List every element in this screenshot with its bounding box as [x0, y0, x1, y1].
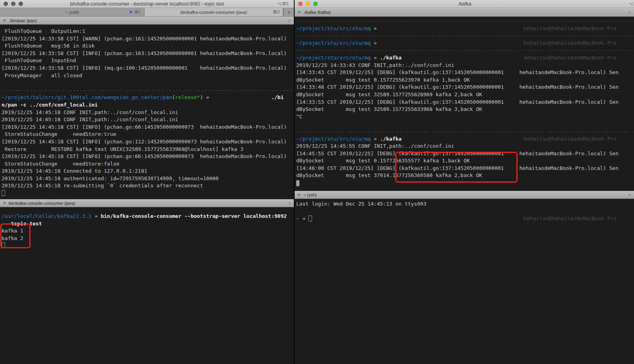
terminal-cursor	[2, 190, 5, 196]
terminal-cursor	[308, 215, 312, 221]
prompt-separator-line	[296, 47, 634, 54]
tab-zsh[interactable]: ~ (zsh) ⌘1	[0, 8, 145, 16]
window-title: ./kafka	[295, 0, 634, 8]
minimize-window-button[interactable]	[306, 2, 310, 6]
terminal-line: 2019/12/25 14:45:18 Connected to 127.0.0…	[2, 168, 294, 175]
terminal-line: ~ » hehaitao@hehaitaodeMacBook-Pro	[296, 215, 634, 223]
tab-bar: ~ (zsh) ⌘1 bin/kafka-console-consumer (j…	[0, 8, 294, 17]
terminal-line: 2019/12/25 14:45:18 re-submitting `0` cr…	[2, 182, 294, 190]
terminal-line	[2, 190, 294, 197]
pane-menu-icon[interactable]: ≡	[288, 201, 291, 206]
terminal-line: FlushToQueue msg:56 in disk	[2, 42, 294, 50]
close-window-button[interactable]	[298, 2, 303, 6]
window-shortcut-badge: ⌥⌘1	[277, 1, 289, 6]
terminal-pan-output[interactable]: FlushToQueue OutputLen:1[2019/12/25 14:3…	[0, 25, 294, 199]
terminal-line: dBySocket msg test 0.1577255623970 kafka…	[296, 76, 634, 84]
zoom-window-button[interactable]	[19, 2, 23, 6]
terminal-line: ^C	[296, 113, 634, 121]
terminal-line: [2019/12/25 14:33:58 CST] [WARN] (pchan.…	[2, 35, 294, 43]
terminal-line: [14:46:00 CST 2019/12/25] [DEBG] (kafkau…	[296, 165, 634, 172]
terminal-line: StoreStatusChange needStore:false	[2, 160, 294, 168]
terminal-line: 2019/12/25 14:45:18 CONF INIT,path:../co…	[2, 109, 294, 116]
terminal-line: [2019/12/25 14:45:18 CST] [INFO] (pchan.…	[2, 138, 294, 146]
terminal-line: FlushToQueue OutputLen:1	[2, 28, 294, 35]
tab-kafka-console-consumer[interactable]: bin/kafka-console-consumer (java) ⌘2	[145, 8, 283, 16]
pane-zsh: × ~ (zsh) ≡ Last login: Wed Dec 25 14:45…	[295, 191, 634, 364]
terminal-kafka-consumer-output[interactable]: /usr/local/Cellar/kafka/2.3.1 » bin/kafk…	[0, 207, 294, 364]
pane-kafka-consumer: × bin/kafka-console-consumer (java) ≡ /u…	[0, 199, 294, 364]
pane-menu-icon[interactable]: ≡	[628, 10, 631, 15]
terminal-line: kafka 2	[2, 235, 294, 242]
pane-header-kafka[interactable]: × ./kafka (kafka) ≡	[295, 8, 634, 17]
terminal-line: ~/project/tal/src/git.100tal.com/wangxia…	[2, 94, 294, 101]
terminal-line	[296, 179, 634, 187]
right-terminal-window: ./kafka ⌥⌘2 × ./kafka (kafka) ≡ ~/projec…	[295, 0, 634, 364]
window-shortcut-badge: ⌥⌘2	[628, 1, 634, 6]
tab-label: ~ (zsh)	[65, 10, 79, 15]
prompt-host-label: hehaitao@hehaitaodeMacBook-Pro	[524, 40, 617, 47]
tab-meta: ⌘2	[273, 10, 280, 15]
terminal-cursor	[296, 180, 299, 186]
terminal-line: 2019/12/25 14:33:43 CONF INIT,path:../co…	[296, 62, 634, 69]
tab-activity-dot	[129, 11, 132, 13]
minimize-window-button[interactable]	[11, 2, 15, 6]
tab-meta: ⌘1	[129, 10, 141, 15]
close-pane-icon[interactable]: ×	[3, 201, 6, 206]
terminal-line	[2, 79, 294, 87]
window-title: bin/kafka-console-consumer --bootstrap-s…	[0, 0, 294, 8]
tab-shortcut: ⌘2	[273, 10, 280, 15]
terminal-line: FlushToQueue InputEnd	[2, 57, 294, 65]
terminal-line: [2019/12/25 14:45:18 CST] [INFO] (pchan.…	[2, 124, 294, 131]
tab-label: bin/kafka-console-consumer (java)	[180, 10, 247, 15]
pane-title: bin/kafka-console-consumer (java)	[9, 201, 75, 206]
terminal-line: n/pan -c ../conf/conf_local.ini	[2, 101, 294, 109]
terminal-zsh-output[interactable]: Last login: Wed Dec 25 14:45:13 on ttys0…	[295, 199, 634, 364]
terminal-line: Restore RESTORE kafka test UNIX[32589.15…	[2, 146, 294, 153]
pane-header-zsh[interactable]: × ~ (zsh) ≡	[295, 191, 634, 199]
terminal-line: dBySocket msg test 0.1577256355577 kafka…	[296, 157, 634, 165]
terminal-line: [2019/12/25 14:45:18 CST] [INFO] (pchan.…	[2, 153, 294, 160]
terminal-line: ~/project/stu/src/stu/mq »hehaitao@hehai…	[296, 25, 634, 32]
pane-menu-icon[interactable]: ≡	[628, 192, 631, 197]
terminal-line: 2019/12/25 14:45:18 CONF INIT,path:../co…	[2, 116, 294, 124]
prompt-host-label: hehaitao@hehaitaodeMacBook-Pro	[524, 135, 617, 143]
terminal-line: 2019/12/25 14:45:55 CONF INIT,path:../co…	[296, 143, 634, 150]
pane-header-kafka-consumer[interactable]: × bin/kafka-console-consumer (java) ≡	[0, 199, 294, 207]
close-window-button[interactable]	[4, 2, 8, 6]
window-controls	[298, 2, 318, 6]
terminal-line	[2, 242, 294, 250]
left-window-titlebar[interactable]: bin/kafka-console-consumer --bootstrap-s…	[0, 0, 294, 8]
terminal-line: ~/project/stu/src/stu/mq » ./kafkahehait…	[296, 54, 634, 62]
terminal-line: [2019/12/25 14:33:58 CST] [INFO] (mq.go:…	[2, 65, 294, 72]
terminal-kafka-producer-output[interactable]: ~/project/stu/src/stu/mq »hehaitao@hehai…	[295, 17, 634, 191]
prompt-separator-line	[2, 87, 294, 94]
tab-shortcut: ⌘1	[134, 10, 141, 15]
right-window-titlebar[interactable]: ./kafka ⌥⌘2	[295, 0, 634, 8]
terminal-line: dBySocket msg test 32589.1577255628969 k…	[296, 91, 634, 99]
new-tab-button[interactable]: +	[284, 8, 294, 16]
pane-pan: × ./bin/pan (pan) ≡ FlushToQueue OutputL…	[0, 17, 294, 199]
zoom-window-button[interactable]	[313, 2, 318, 6]
terminal-line	[296, 120, 634, 128]
prompt-host-label: hehaitao@hehaitaodeMacBook-Pro	[524, 215, 617, 223]
pane-header-pan[interactable]: × ./bin/pan (pan) ≡	[0, 17, 294, 25]
terminal-line: dBySocket msg test 32589.1577255633968 k…	[296, 106, 634, 113]
prompt-host-label: hehaitao@hehaitaodeMacBook-Pro	[524, 25, 617, 32]
close-pane-icon[interactable]: ×	[298, 10, 301, 15]
terminal-line: [14:33:53 CST 2019/12/25] [DEBG] (kafkau…	[296, 99, 634, 106]
terminal-line: Last login: Wed Dec 25 14:45:13 on ttys0…	[296, 200, 634, 208]
prompt-separator-line	[296, 128, 634, 135]
prompt-host-label: hehaitao@hehaitaodeMacBook-Pro	[524, 54, 617, 62]
pane-title: ~ (zsh)	[303, 192, 317, 197]
prompt-separator-line	[296, 32, 634, 40]
terminal-line: kafka 1	[2, 227, 294, 235]
pane-menu-icon[interactable]: ≡	[288, 18, 291, 23]
close-pane-icon[interactable]: ×	[3, 18, 6, 23]
terminal-line: StoreStatusChange needStore:true	[2, 131, 294, 138]
terminal-line: ProxyManager all closed	[2, 72, 294, 80]
terminal-line: dBySocket msg test 37014.1577256360580 k…	[296, 172, 634, 179]
window-controls	[4, 2, 23, 6]
terminal-line: [14:33:48 CST 2019/12/25] [DEBG] (kafkau…	[296, 84, 634, 91]
close-pane-icon[interactable]: ×	[298, 192, 301, 197]
terminal-line: ~/project/stu/src/stu/mq »hehaitao@hehai…	[296, 40, 634, 47]
